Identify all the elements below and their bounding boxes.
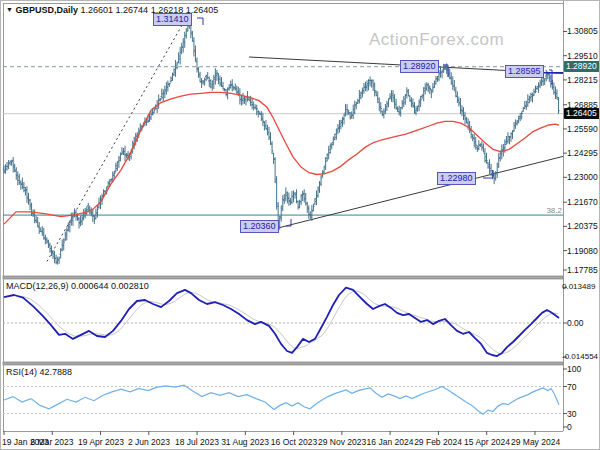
time-axis[interactable] — [1, 431, 600, 450]
price-axis[interactable] — [563, 1, 600, 431]
rsi-panel-area[interactable] — [3, 365, 563, 431]
trading-chart-window: ActionForex.com ▼ GBPUSD,Daily 1.26601 1… — [0, 0, 600, 450]
macd-panel-area[interactable] — [3, 279, 563, 362]
main-chart-area[interactable] — [3, 3, 563, 276]
